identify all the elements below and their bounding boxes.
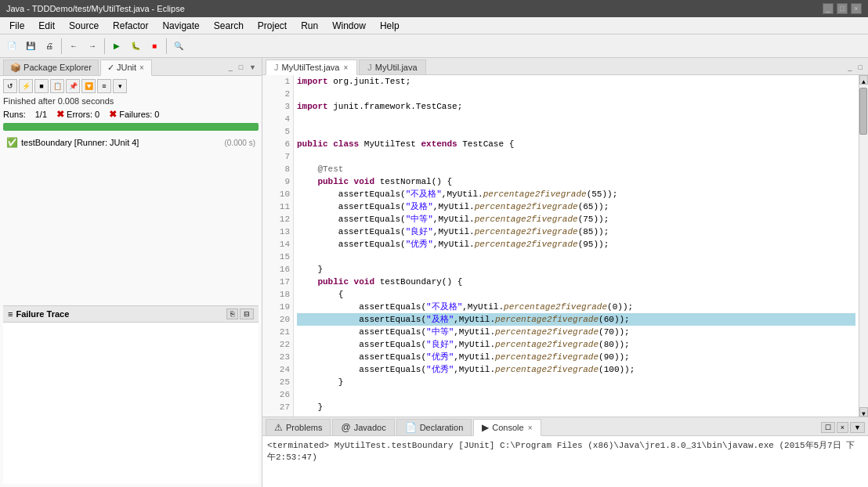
console-menu-btn[interactable]: ▼ [850,422,865,433]
scroll-down-btn[interactable]: ▼ [859,407,868,417]
stop-button[interactable]: ■ [146,38,163,55]
ft-filter-btn[interactable]: ⊟ [240,308,254,319]
menu-edit[interactable]: Edit [32,19,61,33]
search-button[interactable]: 🔍 [170,38,187,55]
back-button[interactable]: ← [65,38,82,55]
menu-project[interactable]: Project [251,19,293,33]
tab-javadoc[interactable]: @ Javadoc [332,419,394,435]
menu-navigate[interactable]: Navigate [156,19,205,33]
code-line-22: assertEquals("良好",MyUtil.percentage2five… [297,338,855,351]
forward-button[interactable]: → [84,38,101,55]
ln-13: 13 [266,225,290,238]
tab-console[interactable]: ▶ Console × [473,419,541,436]
right-panel: J MyUtilTest.java × J MyUtil.java _ □ 1 … [262,58,868,487]
run-button[interactable]: ▶ [108,38,125,55]
myutiltest-icon: J [274,63,279,72]
bottom-tab-controls: ☐ × ▼ [821,422,865,433]
test-pass-icon: ✅ [6,137,18,148]
rerun-fail-button[interactable]: ⚡ [19,79,33,93]
code-line-6: public class MyUtilTest extends TestCase… [297,138,855,150]
panel-minimize-btn[interactable]: _ [226,63,235,72]
menu-refactor[interactable]: Refactor [107,19,154,33]
history-button[interactable]: 📋 [50,79,64,93]
console-clear-btn[interactable]: ☐ [821,422,835,433]
editor-maximize-btn[interactable]: □ [856,63,865,72]
save-button[interactable]: 💾 [22,38,39,55]
minimize-button[interactable]: _ [823,3,834,14]
myutil-label: MyUtil.java [375,63,418,72]
close-button[interactable]: × [851,3,862,14]
code-line-23: assertEquals("优秀",MyUtil.percentage2five… [297,351,855,363]
tab-problems[interactable]: ⚠ Problems [266,419,331,435]
code-line-25: } [297,376,855,388]
panel-maximize-btn[interactable]: □ [237,63,245,72]
editor-minimize-btn[interactable]: _ [846,63,855,72]
menu-bar: File Edit Source Refactor Navigate Searc… [0,17,868,34]
ft-copy-btn[interactable]: ⎘ [226,308,238,319]
line-numbers: 1 2 3 4 5 6 7 8 9 10 11 12 13 14 15 16 1 [262,75,294,417]
declaration-label: Declaration [420,423,464,432]
menu-help[interactable]: Help [374,19,406,33]
scroll-thumb[interactable] [859,88,867,135]
new-button[interactable]: 📄 [3,38,20,55]
toolbar-sep-1 [61,38,62,54]
menu-source[interactable]: Source [63,19,105,33]
failure-trace-header: ≡ Failure Trace ⎘ ⊟ [3,305,259,323]
ln-11: 11 [266,200,290,213]
code-line-4 [297,113,855,125]
filter-button[interactable]: 🔽 [81,79,96,93]
toolbar-sep-2 [104,38,105,54]
panel-menu-btn[interactable]: ▼ [247,63,259,72]
vertical-scrollbar[interactable]: ▲ ▼ [859,75,868,417]
ln-10: 10 [266,188,290,200]
failure-trace-icon: ≡ [8,309,13,319]
maximize-button[interactable]: □ [837,3,848,14]
debug-button[interactable]: 🐛 [127,38,144,55]
code-line-2 [297,88,855,100]
rerun-button[interactable]: ↺ [3,79,17,93]
tab-junit[interactable]: ✓ JUnit × [100,60,152,76]
code-line-10: assertEquals("不及格",MyUtil.percentage2fiv… [297,188,855,200]
layout-button[interactable]: ≡ [97,79,111,93]
menu-file[interactable]: File [3,19,31,33]
ln-14: 14 [266,238,290,251]
menu-window[interactable]: Window [326,19,372,33]
errors-icon: ✖ [56,109,64,120]
test-item[interactable]: ✅ testBoundary [Runner: JUnit 4] (0.000 … [3,135,259,150]
declaration-icon: 📄 [405,422,417,433]
javadoc-label: Javadoc [354,423,386,432]
problems-label: Problems [286,423,322,432]
stop-junit-button[interactable]: ■ [34,79,49,93]
myutiltest-close[interactable]: × [342,63,349,72]
tab-declaration[interactable]: 📄 Declaration [396,419,472,435]
package-explorer-icon: 📦 [10,63,21,72]
menu-run[interactable]: Run [295,19,324,33]
main-layout: 📦 Package Explorer ✓ JUnit × _ □ ▼ ↺ ⚡ [0,58,868,487]
junit-tab-close[interactable]: × [139,63,145,72]
print-button[interactable]: 🖨 [41,38,58,55]
viewmenu-button[interactable]: ▾ [113,79,127,93]
console-tab-close[interactable]: × [527,424,533,432]
title-controls: _ □ × [823,3,862,14]
junit-panel: ↺ ⚡ ■ 📋 📌 🔽 ≡ ▾ Finished after 0.008 sec… [0,76,262,487]
junit-status: Finished after 0.008 seconds [3,96,259,106]
ln-23: 23 [266,351,290,363]
tab-myutiltest[interactable]: J MyUtilTest.java × [266,60,357,75]
ln-15: 15 [266,251,290,263]
tab-myutil[interactable]: J MyUtil.java [359,60,425,74]
bottom-panel: ⚠ Problems @ Javadoc 📄 Declaration ▶ Con… [262,417,868,487]
test-item-label: testBoundary [Runner: JUnit 4] [21,138,222,147]
scroll-track[interactable] [859,85,868,407]
menu-search[interactable]: Search [208,19,250,33]
scroll-up-btn[interactable]: ▲ [859,75,868,85]
console-stop-btn[interactable]: × [837,422,848,433]
pin-button[interactable]: 📌 [66,79,80,93]
editor-tab-controls: _ □ [846,63,865,72]
code-line-5 [297,125,855,138]
tab-package-explorer[interactable]: 📦 Package Explorer [3,60,99,75]
code-line-13: assertEquals("良好",MyUtil.percentage2five… [297,225,855,238]
code-line-28 [297,413,855,417]
code-editor[interactable]: 1 2 3 4 5 6 7 8 9 10 11 12 13 14 15 16 1 [262,75,868,417]
ln-18: 18 [266,288,290,301]
code-line-12: assertEquals("中等",MyUtil.percentage2five… [297,213,855,225]
